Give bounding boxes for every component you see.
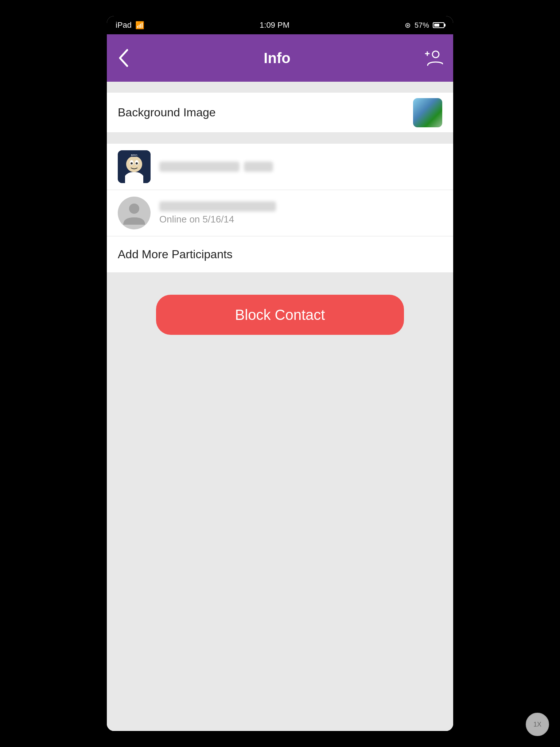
status-bar: iPad 📶 1:09 PM ⊛ 57% [107,16,453,34]
section-gap-1 [107,82,453,93]
svg-point-7 [131,162,133,165]
status-left: iPad 📶 [116,20,144,30]
online-status: Online on 5/16/14 [159,214,442,225]
svg-point-4 [126,156,142,172]
avatar-1: BRO WETIN CONCERN [118,150,151,183]
scale-indicator: 1X [526,713,549,736]
nav-bar: Info [107,34,453,82]
svg-point-13 [129,204,139,214]
contact-name-blur-1 [159,162,240,172]
carrier-label: iPad [116,20,132,30]
contact-info-1 [159,162,442,172]
bluetooth-icon: ⊛ [405,21,411,30]
battery-icon [433,22,444,28]
add-participants-label: Add More Participants [118,248,233,261]
background-image-thumbnail[interactable] [413,98,442,127]
svg-point-2 [432,51,439,58]
add-user-button[interactable] [424,49,443,67]
contact-row-2[interactable]: Online on 5/16/14 [107,190,453,236]
contact-info-2: Online on 5/16/14 [159,201,442,225]
contact-row-1[interactable]: BRO WETIN CONCERN [107,144,453,190]
status-right: ⊛ 57% [405,21,444,30]
main-content: Background Image [107,82,453,731]
contact-name-blur-2 [159,201,276,212]
meme-avatar: BRO WETIN CONCERN [118,150,151,183]
svg-point-8 [136,162,138,165]
page-title: Info [264,50,290,66]
svg-text:WETIN CONCERN: WETIN CONCERN [127,180,142,182]
svg-text:BRO: BRO [131,154,137,157]
back-button[interactable] [117,49,130,67]
block-section: Block Contact [107,273,453,731]
contact-name-row-1 [159,162,442,172]
contact-name-blur-1b [244,162,273,172]
add-participants-row[interactable]: Add More Participants [107,236,453,273]
section-gap-2 [107,133,453,144]
background-image-label: Background Image [118,106,216,119]
wifi-icon: 📶 [135,21,144,30]
time-label: 1:09 PM [260,20,289,30]
block-contact-button[interactable]: Block Contact [156,295,404,335]
avatar-2 [118,197,151,229]
background-image-row[interactable]: Background Image [107,93,453,133]
battery-percent-label: 57% [415,21,429,30]
